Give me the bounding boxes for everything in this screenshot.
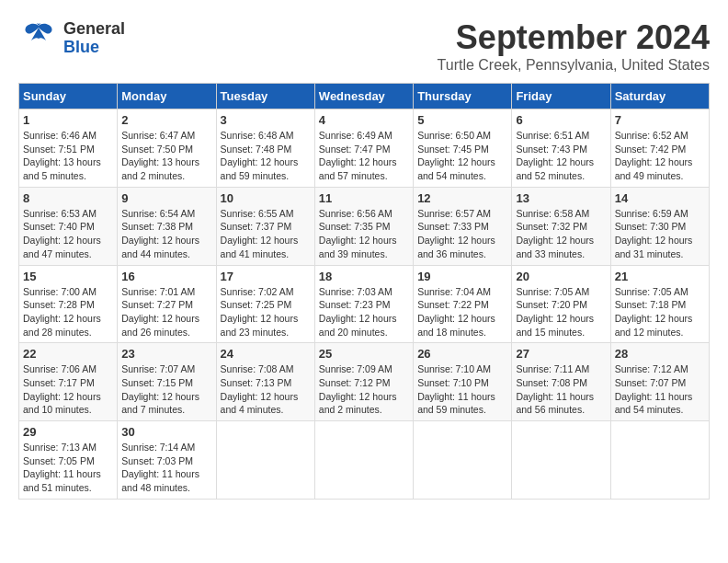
day-number: 19 (417, 270, 507, 283)
calendar-cell (414, 421, 512, 500)
day-number: 25 (319, 347, 409, 361)
day-info: Sunrise: 6:51 AMSunset: 7:43 PMDaylight:… (516, 129, 606, 183)
logo-blue-text: Blue (63, 39, 125, 57)
day-info: Sunrise: 7:04 AMSunset: 7:22 PMDaylight:… (417, 285, 507, 339)
day-info: Sunrise: 6:46 AMSunset: 7:51 PMDaylight:… (23, 129, 113, 183)
day-info: Sunrise: 6:57 AMSunset: 7:33 PMDaylight:… (417, 207, 507, 261)
day-info: Sunrise: 7:11 AMSunset: 7:08 PMDaylight:… (516, 362, 606, 417)
calendar-cell: 21Sunrise: 7:05 AMSunset: 7:18 PMDayligh… (610, 265, 709, 343)
calendar-cell: 24Sunrise: 7:08 AMSunset: 7:13 PMDayligh… (216, 343, 314, 421)
calendar-cell: 2Sunrise: 6:47 AMSunset: 7:50 PMDaylight… (118, 109, 216, 188)
day-number: 5 (417, 113, 507, 127)
calendar-cell: 16Sunrise: 7:01 AMSunset: 7:27 PMDayligh… (118, 265, 216, 343)
day-info: Sunrise: 6:49 AMSunset: 7:47 PMDaylight:… (319, 129, 409, 183)
day-number: 21 (615, 270, 705, 283)
day-number: 9 (121, 191, 211, 205)
day-info: Sunrise: 6:56 AMSunset: 7:35 PMDaylight:… (319, 207, 409, 261)
day-info: Sunrise: 7:13 AMSunset: 7:05 PMDaylight:… (23, 441, 113, 495)
day-info: Sunrise: 7:02 AMSunset: 7:25 PMDaylight:… (221, 285, 311, 339)
calendar-cell: 12Sunrise: 6:57 AMSunset: 7:33 PMDayligh… (414, 187, 512, 265)
day-info: Sunrise: 6:58 AMSunset: 7:32 PMDaylight:… (516, 207, 606, 261)
title-section: September 2024 Turtle Creek, Pennsylvani… (438, 18, 710, 74)
logo-icon (18, 18, 60, 59)
day-number: 23 (121, 347, 211, 361)
calendar-cell (610, 421, 709, 500)
day-info: Sunrise: 7:14 AMSunset: 7:03 PMDaylight:… (121, 441, 211, 495)
week-row-1: 1Sunrise: 6:46 AMSunset: 7:51 PMDaylight… (19, 109, 710, 188)
day-info: Sunrise: 7:05 AMSunset: 7:20 PMDaylight:… (516, 285, 606, 339)
calendar-cell: 7Sunrise: 6:52 AMSunset: 7:42 PMDaylight… (610, 109, 709, 188)
calendar-cell: 20Sunrise: 7:05 AMSunset: 7:20 PMDayligh… (512, 265, 610, 343)
calendar-cell: 25Sunrise: 7:09 AMSunset: 7:12 PMDayligh… (314, 343, 413, 421)
day-header-wednesday: Wednesday (314, 84, 413, 109)
day-number: 16 (121, 270, 211, 283)
calendar: SundayMondayTuesdayWednesdayThursdayFrid… (18, 83, 710, 500)
day-number: 14 (615, 191, 705, 205)
calendar-cell (314, 421, 413, 500)
day-header-thursday: Thursday (414, 84, 512, 109)
calendar-cell: 3Sunrise: 6:48 AMSunset: 7:48 PMDaylight… (216, 109, 314, 188)
calendar-cell: 15Sunrise: 7:00 AMSunset: 7:28 PMDayligh… (19, 265, 118, 343)
calendar-cell: 8Sunrise: 6:53 AMSunset: 7:40 PMDaylight… (19, 187, 118, 265)
day-number: 20 (516, 270, 606, 283)
main-title: September 2024 (438, 18, 710, 57)
calendar-cell: 26Sunrise: 7:10 AMSunset: 7:10 PMDayligh… (414, 343, 512, 421)
day-number: 27 (516, 347, 606, 361)
calendar-cell: 29Sunrise: 7:13 AMSunset: 7:05 PMDayligh… (19, 421, 118, 500)
day-number: 15 (23, 270, 113, 283)
day-info: Sunrise: 6:53 AMSunset: 7:40 PMDaylight:… (23, 207, 113, 261)
week-row-5: 29Sunrise: 7:13 AMSunset: 7:05 PMDayligh… (19, 421, 710, 500)
day-number: 1 (23, 113, 113, 127)
logo-general-text: General (63, 20, 125, 39)
calendar-cell: 30Sunrise: 7:14 AMSunset: 7:03 PMDayligh… (118, 421, 216, 500)
day-info: Sunrise: 6:59 AMSunset: 7:30 PMDaylight:… (615, 207, 705, 261)
day-info: Sunrise: 7:07 AMSunset: 7:15 PMDaylight:… (121, 362, 211, 417)
day-number: 13 (516, 191, 606, 205)
day-number: 26 (417, 347, 507, 361)
day-info: Sunrise: 7:03 AMSunset: 7:23 PMDaylight:… (319, 285, 409, 339)
calendar-cell (512, 421, 610, 500)
calendar-cell: 23Sunrise: 7:07 AMSunset: 7:15 PMDayligh… (118, 343, 216, 421)
day-info: Sunrise: 7:06 AMSunset: 7:17 PMDaylight:… (23, 362, 113, 417)
day-info: Sunrise: 7:00 AMSunset: 7:28 PMDaylight:… (23, 285, 113, 339)
day-header-monday: Monday (118, 84, 216, 109)
day-number: 8 (23, 191, 113, 205)
calendar-cell: 19Sunrise: 7:04 AMSunset: 7:22 PMDayligh… (414, 265, 512, 343)
day-number: 6 (516, 113, 606, 127)
day-info: Sunrise: 6:55 AMSunset: 7:37 PMDaylight:… (221, 207, 311, 261)
day-header-sunday: Sunday (19, 84, 118, 109)
day-number: 18 (319, 270, 409, 283)
calendar-cell: 27Sunrise: 7:11 AMSunset: 7:08 PMDayligh… (512, 343, 610, 421)
day-info: Sunrise: 6:52 AMSunset: 7:42 PMDaylight:… (615, 129, 705, 183)
day-info: Sunrise: 6:54 AMSunset: 7:38 PMDaylight:… (121, 207, 211, 261)
day-number: 3 (221, 113, 311, 127)
day-number: 12 (417, 191, 507, 205)
week-row-3: 15Sunrise: 7:00 AMSunset: 7:28 PMDayligh… (19, 265, 710, 343)
day-info: Sunrise: 7:12 AMSunset: 7:07 PMDaylight:… (615, 362, 705, 417)
day-header-friday: Friday (512, 84, 610, 109)
calendar-cell: 17Sunrise: 7:02 AMSunset: 7:25 PMDayligh… (216, 265, 314, 343)
subtitle: Turtle Creek, Pennsylvania, United State… (438, 57, 710, 74)
day-info: Sunrise: 7:10 AMSunset: 7:10 PMDaylight:… (417, 362, 507, 417)
day-number: 4 (319, 113, 409, 127)
day-header-tuesday: Tuesday (216, 84, 314, 109)
calendar-cell: 14Sunrise: 6:59 AMSunset: 7:30 PMDayligh… (610, 187, 709, 265)
calendar-cell: 5Sunrise: 6:50 AMSunset: 7:45 PMDaylight… (414, 109, 512, 188)
calendar-body: 1Sunrise: 6:46 AMSunset: 7:51 PMDaylight… (19, 109, 710, 500)
calendar-cell: 28Sunrise: 7:12 AMSunset: 7:07 PMDayligh… (610, 343, 709, 421)
header: General Blue September 2024 Turtle Creek… (18, 18, 710, 74)
calendar-cell: 4Sunrise: 6:49 AMSunset: 7:47 PMDaylight… (314, 109, 413, 188)
day-number: 10 (221, 191, 311, 205)
day-info: Sunrise: 7:05 AMSunset: 7:18 PMDaylight:… (615, 285, 705, 339)
day-info: Sunrise: 7:08 AMSunset: 7:13 PMDaylight:… (221, 362, 311, 417)
day-number: 30 (121, 425, 211, 439)
day-info: Sunrise: 6:47 AMSunset: 7:50 PMDaylight:… (121, 129, 211, 183)
day-number: 17 (221, 270, 311, 283)
calendar-cell (216, 421, 314, 500)
calendar-cell: 18Sunrise: 7:03 AMSunset: 7:23 PMDayligh… (314, 265, 413, 343)
calendar-cell: 22Sunrise: 7:06 AMSunset: 7:17 PMDayligh… (19, 343, 118, 421)
calendar-header-row: SundayMondayTuesdayWednesdayThursdayFrid… (19, 84, 710, 109)
calendar-cell: 1Sunrise: 6:46 AMSunset: 7:51 PMDaylight… (19, 109, 118, 188)
day-info: Sunrise: 7:09 AMSunset: 7:12 PMDaylight:… (319, 362, 409, 417)
calendar-cell: 9Sunrise: 6:54 AMSunset: 7:38 PMDaylight… (118, 187, 216, 265)
